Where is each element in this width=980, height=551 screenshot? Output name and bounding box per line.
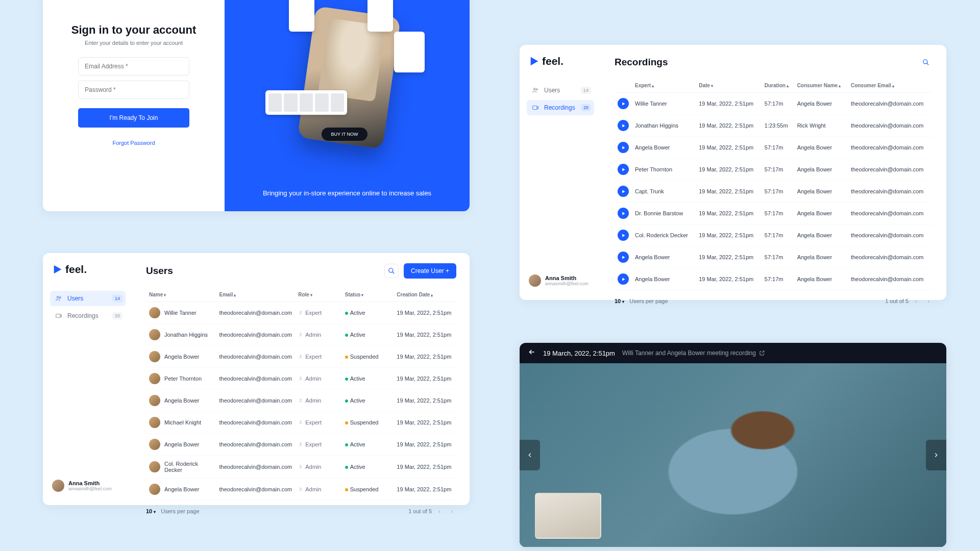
play-button[interactable] [618, 98, 629, 109]
forgot-password-link[interactable]: Forgot Password [112, 140, 155, 146]
play-button[interactable] [618, 164, 629, 175]
svg-point-4 [57, 296, 59, 298]
status-dot-icon [345, 443, 348, 446]
col-role[interactable]: Role▾ [295, 288, 342, 302]
sidebar-item-recordings[interactable]: Recordings 28 [50, 308, 126, 323]
search-button[interactable] [919, 55, 933, 69]
consumer-cell: Angela Bower [794, 93, 848, 115]
next-page-button[interactable]: › [447, 507, 456, 516]
status-dot-icon [345, 399, 348, 403]
role-cell: Expert [298, 310, 339, 316]
sidebar-item-users[interactable]: Users 14 [50, 291, 126, 306]
date-cell: 19 Mar, 2022, 2:51pm [696, 137, 762, 159]
expert-cell: Angela Bower [632, 268, 696, 290]
user-email: annasmith@feel.com [545, 281, 589, 286]
table-row[interactable]: Col. Roderick Decker theodorecalvin@doma… [146, 456, 456, 479]
table-row[interactable]: Angela Bower 19 Mar, 2022, 2:51pm 57:17m… [615, 246, 933, 268]
page-size-select[interactable]: 10 ▾ [615, 298, 624, 304]
col-name[interactable]: Name▾ [146, 288, 216, 302]
status-dot-icon [345, 488, 348, 491]
play-icon [621, 211, 626, 216]
table-row[interactable]: Angela Bower theodorecalvin@domain.com A… [146, 390, 456, 412]
sidebar-item-users[interactable]: Users 14 [527, 83, 594, 98]
play-button[interactable] [618, 186, 629, 197]
create-user-button[interactable]: Create User + [404, 263, 456, 279]
search-button[interactable] [384, 264, 399, 278]
user-name-cell: Angela Bower [164, 354, 200, 360]
user-name-cell: Willie Tanner [164, 310, 197, 316]
col-date[interactable]: Date▾ [696, 79, 762, 93]
play-button[interactable] [618, 230, 629, 241]
users-icon [532, 87, 539, 94]
svg-point-13 [300, 421, 302, 422]
next-recording-button[interactable] [926, 440, 946, 470]
user-footer[interactable]: Anna Smith annasmith@feel.com [527, 271, 594, 290]
table-row[interactable]: Angela Bower theodorecalvin@domain.com E… [146, 434, 456, 456]
password-input[interactable] [78, 81, 189, 99]
svg-point-12 [300, 399, 302, 400]
status-cell: Active [342, 456, 394, 479]
prev-page-button[interactable]: ‹ [912, 296, 921, 306]
consumer-cell: Angela Bower [794, 268, 848, 290]
user-name-cell: Angela Bower [164, 486, 200, 492]
prev-recording-button[interactable] [520, 440, 540, 470]
email-input[interactable] [78, 57, 189, 76]
table-row[interactable]: Michael Knight theodorecalvin@domain.com… [146, 412, 456, 434]
table-row[interactable]: Peter Thornton theodorecalvin@domain.com… [146, 368, 456, 390]
col-creation-date[interactable]: Creation Date▴ [394, 288, 456, 302]
play-button[interactable] [618, 120, 629, 131]
date-cell: 19 Mar, 2022, 2:51pm [696, 246, 762, 268]
col-expert[interactable]: Expert▴ [632, 79, 696, 93]
prev-page-button[interactable]: ‹ [435, 507, 444, 516]
video-area[interactable] [520, 363, 946, 547]
play-button[interactable] [618, 273, 629, 285]
table-row[interactable]: Angela Bower theodorecalvin@domain.com E… [146, 346, 456, 368]
table-row[interactable]: Angela Bower 19 Mar, 2022, 2:51pm 57:17m… [615, 268, 933, 290]
signin-subtitle: Enter your details to enter your account [85, 40, 183, 46]
table-row[interactable]: Jonathan Higgins theodorecalvin@domain.c… [146, 324, 456, 346]
role-cell: Expert [298, 419, 339, 425]
sidebar-item-recordings[interactable]: Recordings 28 [527, 100, 594, 115]
status-cell: Suspended [342, 412, 394, 434]
user-name-cell: Michael Knight [164, 419, 201, 425]
play-icon [621, 102, 626, 106]
table-row[interactable]: Jonathan Higgins 19 Mar, 2022, 2:51pm 1:… [615, 115, 933, 137]
next-page-button[interactable]: › [924, 296, 933, 306]
page-size-select[interactable]: 10 ▾ [146, 508, 156, 514]
play-button[interactable] [618, 252, 629, 263]
table-row[interactable]: Col. Roderick Decker 19 Mar, 2022, 2:51p… [615, 224, 933, 246]
duration-cell: 1:23:55m [762, 115, 794, 137]
search-icon [922, 59, 929, 66]
play-button[interactable] [618, 142, 629, 153]
col-status[interactable]: Status▾ [342, 288, 394, 302]
expert-cell: Capt. Trunk [632, 181, 696, 203]
product-card [368, 0, 393, 32]
table-row[interactable]: Willie Tanner theodorecalvin@domain.com … [146, 302, 456, 324]
page-info: 1 out of 5 [885, 298, 909, 304]
role-cell: Admin [298, 332, 339, 338]
svg-point-11 [300, 377, 302, 379]
brand-name: feel. [542, 55, 564, 67]
table-row[interactable]: Peter Thornton 19 Mar, 2022, 2:51pm 57:1… [615, 159, 933, 181]
col-consumer-email[interactable]: Consumer Email▴ [848, 79, 933, 93]
col-email[interactable]: Email▴ [216, 288, 296, 302]
col-consumer-name[interactable]: Consumer Name▴ [794, 79, 848, 93]
table-row[interactable]: Willie Tanner 19 Mar, 2022, 2:51pm 57:17… [615, 93, 933, 115]
play-button[interactable] [618, 208, 629, 219]
expert-cell: Angela Bower [632, 137, 696, 159]
back-button[interactable] [528, 348, 536, 358]
email-cell: theodorecalvin@domain.com [216, 412, 296, 434]
recordings-icon [532, 104, 539, 111]
hero-graphic: BUY IT NOW [255, 0, 439, 154]
table-row[interactable]: Angela Bower 19 Mar, 2022, 2:51pm 57:17m… [615, 137, 933, 159]
user-footer[interactable]: Anna Smith annasmith@feel.com [50, 477, 126, 495]
external-link-icon[interactable] [759, 350, 765, 356]
consumer-email-cell: theodorecalvin@domain.com [848, 246, 933, 268]
table-row[interactable]: Capt. Trunk 19 Mar, 2022, 2:51pm 57:17m … [615, 181, 933, 203]
picture-in-picture[interactable] [535, 493, 601, 539]
col-duration[interactable]: Duration▴ [762, 79, 794, 93]
table-row[interactable]: Angela Bower theodorecalvin@domain.com A… [146, 479, 456, 500]
table-row[interactable]: Dr. Bonnie Barstow 19 Mar, 2022, 2:51pm … [615, 203, 933, 224]
person-icon [298, 398, 303, 403]
signin-button[interactable]: I'm Ready To Join [78, 108, 189, 128]
